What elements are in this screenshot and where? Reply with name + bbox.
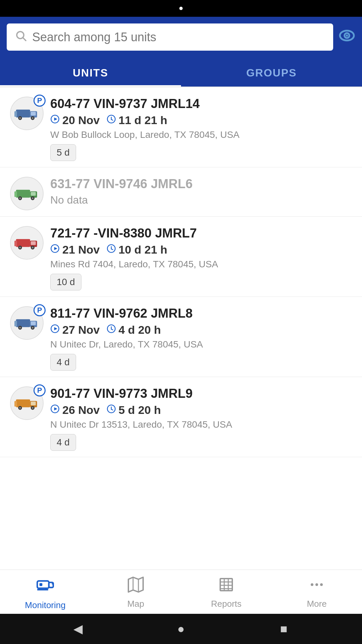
svg-line-51 [111,329,113,330]
unit-meta: 26 Nov 5 d 20 h [50,404,352,417]
nav-reports[interactable]: Reports [181,577,272,610]
svg-point-45 [32,327,34,329]
svg-marker-61 [54,407,57,410]
svg-point-58 [32,407,34,409]
svg-rect-26 [16,239,30,247]
unit-meta: 27 Nov 4 d 20 h [50,323,352,336]
svg-line-38 [111,249,113,250]
svg-rect-12 [14,111,17,117]
unit-info: 721-77 -VIN-8380 JMRL7 21 Nov 10 d 21 h [50,226,352,290]
svg-line-64 [111,409,113,410]
no-data-text: No data [50,194,352,206]
reports-icon [218,577,234,596]
search-input[interactable] [32,30,325,44]
days-badge: 5 d [50,144,76,161]
svg-point-81 [311,583,313,586]
map-icon [128,577,144,596]
unit-date: 21 Nov [62,243,100,256]
truck-avatar: P [10,386,44,420]
truck-avatar: P [10,97,44,130]
nav-more[interactable]: More [272,577,362,610]
list-item[interactable]: P 811-77 VIN-9762 JMRL8 27 Nov [0,297,362,377]
search-wrapper[interactable] [7,23,333,51]
svg-rect-20 [31,192,36,196]
unit-meta: 20 Nov 11 d 21 h [50,114,352,127]
play-icon [50,114,60,126]
play-icon [50,244,60,256]
list-item[interactable]: P 901-77 VIN-9773 JMRL9 26 Nov [0,377,362,457]
recent-button[interactable]: ■ [276,621,292,637]
unit-meta: 21 Nov 10 d 21 h [50,243,352,256]
unit-info: 901-77 VIN-9773 JMRL9 26 Nov 5 d 20 h [50,386,352,451]
nav-map[interactable]: Map [90,577,181,610]
unit-name: 631-77 VIN-9746 JMRL6 [50,177,352,191]
home-button[interactable]: ● [173,621,189,637]
eye-icon[interactable] [339,27,355,47]
unit-duration: 5 d 20 h [119,404,161,417]
play-icon [50,404,60,416]
nav-monitoring[interactable]: Monitoring [0,577,90,610]
unit-duration: 10 d 21 h [119,243,168,256]
unit-name: 604-77 VIN-9737 JMRL14 [50,97,352,111]
svg-point-43 [19,327,21,329]
nav-reports-label: Reports [211,599,241,609]
status-bar [0,0,362,17]
tab-units[interactable]: UNITS [0,57,181,87]
system-nav: ◀ ● ■ [0,614,362,644]
unit-date: 27 Nov [62,323,100,336]
days-badge: 4 d [50,434,76,451]
svg-rect-66 [40,583,43,586]
svg-point-11 [32,117,34,119]
units-list: P 604-77 VIN-9737 JMRL14 20 Nov [0,87,362,570]
svg-rect-33 [14,240,17,246]
play-icon [50,324,60,336]
unit-address: W Bob Bullock Loop, Laredo, TX 78045, US… [50,129,352,140]
monitoring-icon [37,577,54,597]
svg-rect-54 [31,401,36,405]
clock-icon [107,244,116,256]
truck-avatar: P [10,306,44,340]
svg-rect-41 [31,321,36,325]
svg-rect-65 [37,581,49,588]
svg-rect-25 [14,191,17,197]
svg-rect-67 [49,582,53,587]
list-item[interactable]: 721-77 -VIN-8380 JMRL7 21 Nov 10 d 21 h [0,217,362,297]
unit-address: N Unitec Dr 13513, Laredo, TX 78045, USA [50,419,352,430]
status-dot [179,7,183,10]
unit-name: 721-77 -VIN-8380 JMRL7 [50,226,352,240]
days-badge: 4 d [50,354,76,371]
svg-point-56 [19,407,21,409]
tabs-bar: UNITS GROUPS [0,57,362,87]
unit-date: 20 Nov [62,114,100,127]
parking-badge: P [34,304,46,316]
svg-rect-39 [16,319,30,327]
unit-date: 26 Nov [62,404,100,417]
truck-avatar [10,177,44,210]
more-icon [309,577,325,596]
svg-rect-52 [16,399,30,407]
svg-rect-59 [14,401,17,407]
svg-marker-72 [128,577,143,592]
list-item[interactable]: P 604-77 VIN-9737 JMRL14 20 Nov [0,87,362,167]
unit-name: 901-77 VIN-9773 JMRL9 [50,386,352,401]
svg-line-1 [23,38,26,41]
svg-point-9 [19,117,21,119]
back-button[interactable]: ◀ [70,621,86,637]
bottom-nav: Monitoring Map Reports [0,570,362,614]
svg-rect-28 [31,241,36,245]
svg-marker-48 [54,327,57,330]
tab-groups[interactable]: GROUPS [181,57,362,87]
search-icon [15,30,27,45]
nav-monitoring-label: Monitoring [25,600,65,610]
list-item[interactable]: 631-77 VIN-9746 JMRL6 No data [0,167,362,217]
svg-point-30 [19,247,21,249]
svg-rect-46 [14,321,17,326]
svg-point-22 [19,197,21,199]
unit-info: 631-77 VIN-9746 JMRL6 No data [50,177,352,206]
svg-line-17 [111,119,113,120]
parking-badge: P [34,95,46,107]
unit-address: N Unitec Dr, Laredo, TX 78045, USA [50,339,352,350]
svg-point-24 [32,197,34,199]
search-bar [0,17,362,57]
unit-info: 811-77 VIN-9762 JMRL8 27 Nov 4 d 20 h [50,306,352,371]
